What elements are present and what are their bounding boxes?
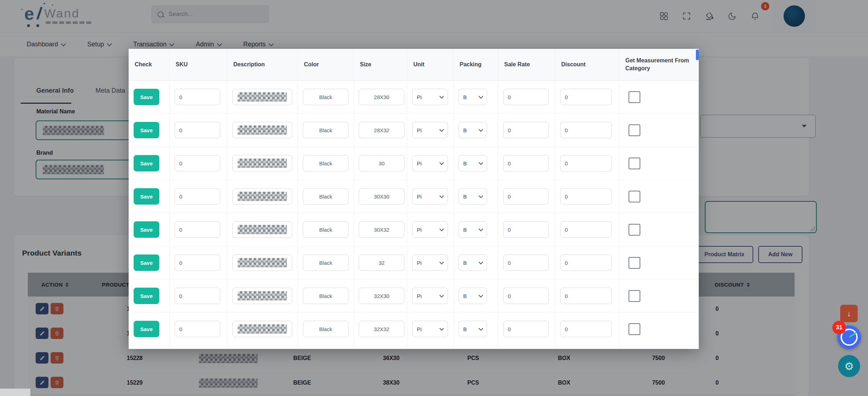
packing-select[interactable]: B bbox=[459, 254, 487, 271]
unit-select[interactable]: Pi bbox=[412, 89, 448, 105]
description-input[interactable] bbox=[232, 89, 292, 105]
save-button[interactable]: Save bbox=[134, 122, 159, 138]
sale-rate-input[interactable] bbox=[503, 288, 549, 304]
col-size: Size bbox=[354, 49, 407, 80]
save-button[interactable]: Save bbox=[134, 89, 159, 105]
discount-input[interactable] bbox=[560, 155, 612, 171]
description-input[interactable] bbox=[232, 122, 292, 138]
description-input[interactable] bbox=[232, 155, 292, 171]
discount-input[interactable] bbox=[560, 89, 612, 105]
save-button[interactable]: Save bbox=[134, 221, 159, 238]
color-input[interactable] bbox=[303, 155, 348, 171]
size-input[interactable] bbox=[359, 188, 404, 205]
color-input[interactable] bbox=[303, 321, 348, 337]
sku-input[interactable] bbox=[175, 122, 220, 138]
col-check: Check bbox=[129, 49, 170, 80]
sku-input[interactable] bbox=[175, 321, 220, 337]
sale-rate-input[interactable] bbox=[503, 122, 549, 138]
discount-input[interactable] bbox=[560, 188, 612, 205]
discount-input[interactable] bbox=[560, 254, 612, 271]
sku-input[interactable] bbox=[175, 188, 220, 205]
color-input[interactable] bbox=[303, 288, 348, 304]
unit-select[interactable]: Pi bbox=[412, 221, 448, 238]
color-input[interactable] bbox=[303, 221, 348, 238]
color-input[interactable] bbox=[303, 188, 348, 205]
unit-select[interactable]: Pi bbox=[412, 321, 448, 337]
size-input[interactable] bbox=[359, 122, 404, 138]
get-measurement-checkbox[interactable] bbox=[629, 124, 640, 136]
sku-input[interactable] bbox=[175, 155, 220, 171]
sale-rate-input[interactable] bbox=[503, 221, 549, 238]
color-input[interactable] bbox=[303, 254, 348, 271]
packing-select[interactable]: B bbox=[459, 288, 487, 304]
sale-rate-input[interactable] bbox=[503, 254, 549, 271]
packing-select[interactable]: B bbox=[459, 321, 487, 337]
size-input[interactable] bbox=[359, 155, 404, 171]
download-button[interactable]: ↓ bbox=[840, 305, 858, 322]
description-input[interactable] bbox=[232, 321, 292, 337]
chevron-down-icon bbox=[479, 94, 483, 99]
get-measurement-checkbox[interactable] bbox=[629, 323, 640, 335]
get-measurement-checkbox[interactable] bbox=[629, 224, 640, 236]
unit-select[interactable]: Pi bbox=[412, 288, 448, 304]
matrix-row: Save Pi B bbox=[129, 213, 699, 246]
unit-select[interactable]: Pi bbox=[412, 122, 448, 138]
col-sale-rate: Sale Rate bbox=[498, 49, 555, 80]
packing-select[interactable]: B bbox=[459, 122, 487, 138]
chat-unread-badge: 31 bbox=[832, 321, 846, 334]
size-input[interactable] bbox=[359, 288, 404, 304]
size-input[interactable] bbox=[359, 321, 404, 337]
chevron-down-icon bbox=[479, 326, 483, 331]
redacted-text bbox=[238, 159, 287, 168]
matrix-row: Save Pi B bbox=[129, 147, 699, 180]
sku-input[interactable] bbox=[175, 288, 220, 304]
save-button[interactable]: Save bbox=[134, 321, 159, 337]
discount-input[interactable] bbox=[560, 288, 612, 304]
packing-select[interactable]: B bbox=[459, 188, 487, 205]
discount-input[interactable] bbox=[560, 122, 612, 138]
sale-rate-input[interactable] bbox=[503, 89, 549, 105]
description-input[interactable] bbox=[232, 288, 292, 304]
description-input[interactable] bbox=[232, 188, 292, 205]
col-get-measurement: Get Measurement From Category bbox=[619, 49, 699, 80]
packing-select[interactable]: B bbox=[459, 221, 487, 238]
save-button[interactable]: Save bbox=[134, 188, 159, 205]
save-button[interactable]: Save bbox=[134, 254, 159, 271]
matrix-row: Save Pi B bbox=[129, 81, 699, 114]
settings-gear-button[interactable]: ⚙ bbox=[838, 355, 860, 377]
size-input[interactable] bbox=[359, 89, 404, 105]
sku-input[interactable] bbox=[175, 221, 220, 238]
modal-scrollbar-thumb[interactable] bbox=[696, 50, 699, 60]
get-measurement-checkbox[interactable] bbox=[629, 158, 640, 169]
color-input[interactable] bbox=[303, 122, 348, 138]
discount-input[interactable] bbox=[560, 321, 612, 337]
sale-rate-input[interactable] bbox=[503, 188, 549, 205]
unit-select[interactable]: Pi bbox=[412, 155, 448, 171]
color-input[interactable] bbox=[303, 89, 348, 105]
discount-input[interactable] bbox=[560, 221, 612, 238]
sale-rate-input[interactable] bbox=[503, 155, 549, 171]
chevron-down-icon bbox=[439, 194, 444, 198]
matrix-row-partial bbox=[129, 346, 699, 349]
sku-input[interactable] bbox=[175, 254, 220, 271]
get-measurement-checkbox[interactable] bbox=[629, 91, 640, 103]
sale-rate-input[interactable] bbox=[503, 321, 549, 337]
packing-select[interactable]: B bbox=[459, 155, 487, 171]
unit-select[interactable]: Pi bbox=[412, 254, 448, 271]
size-input[interactable] bbox=[359, 254, 404, 271]
get-measurement-checkbox[interactable] bbox=[629, 191, 640, 202]
redacted-text bbox=[238, 291, 287, 300]
description-input[interactable] bbox=[232, 254, 292, 271]
get-measurement-checkbox[interactable] bbox=[629, 290, 640, 302]
size-input[interactable] bbox=[359, 221, 404, 238]
redacted-text bbox=[238, 324, 287, 334]
description-input[interactable] bbox=[232, 221, 292, 238]
get-measurement-checkbox[interactable] bbox=[629, 257, 640, 269]
save-button[interactable]: Save bbox=[134, 155, 159, 171]
unit-select[interactable]: Pi bbox=[412, 188, 448, 205]
redacted-text bbox=[238, 225, 287, 234]
horizontal-scrollbar[interactable] bbox=[0, 389, 30, 396]
sku-input[interactable] bbox=[175, 89, 220, 105]
packing-select[interactable]: B bbox=[459, 89, 487, 105]
save-button[interactable]: Save bbox=[134, 288, 159, 304]
